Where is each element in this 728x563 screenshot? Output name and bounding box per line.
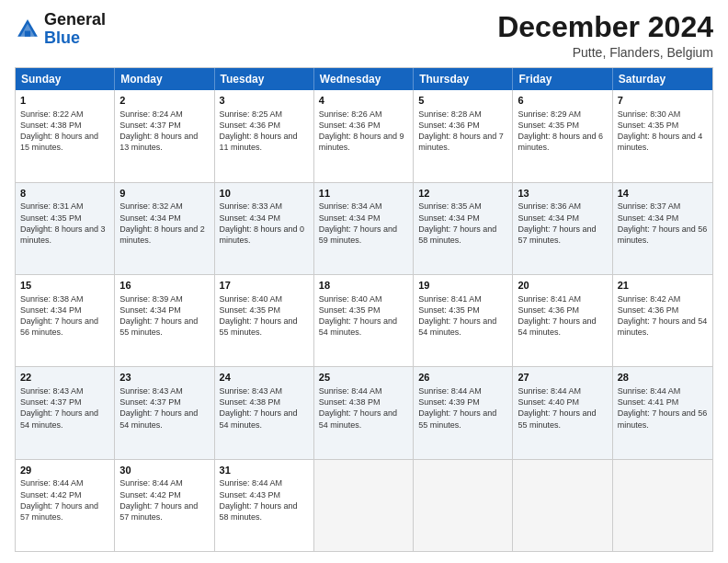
day-info: Sunrise: 8:31 AMSunset: 4:35 PMDaylight:…: [20, 201, 109, 246]
day-cell-29: 29Sunrise: 8:44 AMSunset: 4:42 PMDayligh…: [16, 460, 115, 551]
day-number: 20: [518, 279, 607, 293]
day-number: 25: [319, 371, 408, 385]
day-number: 15: [20, 279, 109, 293]
page: General Blue December 2024 Putte, Flande…: [0, 0, 728, 563]
day-number: 18: [319, 279, 408, 293]
day-cell-19: 19Sunrise: 8:41 AMSunset: 4:35 PMDayligh…: [414, 275, 513, 366]
day-number: 27: [518, 371, 607, 385]
day-number: 23: [119, 371, 209, 385]
day-number: 6: [518, 94, 607, 108]
day-cell-empty: [314, 460, 414, 551]
day-info: Sunrise: 8:32 AMSunset: 4:34 PMDaylight:…: [119, 201, 209, 246]
day-number: 14: [618, 187, 708, 201]
day-cell-25: 25Sunrise: 8:44 AMSunset: 4:38 PMDayligh…: [314, 367, 414, 458]
day-cell-16: 16Sunrise: 8:39 AMSunset: 4:34 PMDayligh…: [115, 275, 214, 366]
day-cell-14: 14Sunrise: 8:37 AMSunset: 4:34 PMDayligh…: [613, 183, 712, 274]
day-cell-10: 10Sunrise: 8:33 AMSunset: 4:34 PMDayligh…: [215, 183, 314, 274]
day-info: Sunrise: 8:41 AMSunset: 4:36 PMDaylight:…: [518, 293, 607, 339]
logo: General Blue: [15, 11, 106, 48]
day-cell-empty: [513, 460, 612, 551]
header-day-monday: Monday: [115, 68, 214, 90]
calendar-row-2: 8Sunrise: 8:31 AMSunset: 4:35 PMDaylight…: [16, 183, 712, 275]
calendar: SundayMondayTuesdayWednesdayThursdayFrid…: [15, 67, 713, 552]
calendar-row-4: 22Sunrise: 8:43 AMSunset: 4:37 PMDayligh…: [16, 367, 712, 459]
day-info: Sunrise: 8:33 AMSunset: 4:34 PMDaylight:…: [220, 201, 309, 246]
day-number: 9: [119, 187, 209, 201]
day-number: 26: [418, 371, 507, 385]
day-cell-9: 9Sunrise: 8:32 AMSunset: 4:34 PMDaylight…: [115, 183, 214, 274]
title-block: December 2024 Putte, Flanders, Belgium: [497, 11, 713, 60]
day-info: Sunrise: 8:43 AMSunset: 4:37 PMDaylight:…: [20, 385, 109, 431]
day-info: Sunrise: 8:37 AMSunset: 4:34 PMDaylight:…: [618, 201, 708, 246]
day-cell-11: 11Sunrise: 8:34 AMSunset: 4:34 PMDayligh…: [314, 183, 414, 274]
day-cell-28: 28Sunrise: 8:44 AMSunset: 4:41 PMDayligh…: [613, 367, 712, 458]
svg-rect-2: [25, 30, 30, 36]
header-day-wednesday: Wednesday: [314, 68, 414, 90]
day-number: 3: [220, 94, 309, 108]
day-number: 8: [20, 187, 109, 201]
day-cell-26: 26Sunrise: 8:44 AMSunset: 4:39 PMDayligh…: [414, 367, 513, 458]
day-number: 4: [319, 94, 408, 108]
day-number: 16: [119, 279, 209, 293]
day-info: Sunrise: 8:24 AMSunset: 4:37 PMDaylight:…: [119, 109, 209, 154]
header-day-friday: Friday: [513, 68, 612, 90]
day-cell-21: 21Sunrise: 8:42 AMSunset: 4:36 PMDayligh…: [613, 275, 712, 366]
day-cell-3: 3Sunrise: 8:25 AMSunset: 4:36 PMDaylight…: [215, 90, 314, 181]
day-cell-4: 4Sunrise: 8:26 AMSunset: 4:36 PMDaylight…: [314, 90, 414, 181]
day-cell-8: 8Sunrise: 8:31 AMSunset: 4:35 PMDaylight…: [16, 183, 115, 274]
day-cell-1: 1Sunrise: 8:22 AMSunset: 4:38 PMDaylight…: [16, 90, 115, 181]
day-cell-12: 12Sunrise: 8:35 AMSunset: 4:34 PMDayligh…: [414, 183, 513, 274]
calendar-body: 1Sunrise: 8:22 AMSunset: 4:38 PMDaylight…: [16, 90, 712, 551]
day-number: 7: [618, 94, 708, 108]
day-number: 22: [20, 371, 109, 385]
day-info: Sunrise: 8:40 AMSunset: 4:35 PMDaylight:…: [319, 293, 408, 339]
day-number: 29: [20, 464, 109, 477]
day-number: 17: [220, 279, 309, 293]
day-info: Sunrise: 8:36 AMSunset: 4:34 PMDaylight:…: [518, 201, 607, 246]
main-title: December 2024: [497, 11, 713, 43]
day-number: 2: [119, 94, 209, 108]
day-number: 11: [319, 187, 408, 201]
day-number: 24: [220, 371, 309, 385]
day-number: 28: [618, 371, 708, 385]
day-number: 13: [518, 187, 607, 201]
day-cell-31: 31Sunrise: 8:44 AMSunset: 4:43 PMDayligh…: [215, 460, 314, 551]
day-info: Sunrise: 8:22 AMSunset: 4:38 PMDaylight:…: [20, 109, 109, 154]
day-info: Sunrise: 8:38 AMSunset: 4:34 PMDaylight:…: [20, 293, 109, 339]
subtitle: Putte, Flanders, Belgium: [497, 45, 713, 60]
calendar-row-1: 1Sunrise: 8:22 AMSunset: 4:38 PMDaylight…: [16, 90, 712, 182]
day-cell-15: 15Sunrise: 8:38 AMSunset: 4:34 PMDayligh…: [16, 275, 115, 366]
day-info: Sunrise: 8:34 AMSunset: 4:34 PMDaylight:…: [319, 201, 408, 246]
day-cell-6: 6Sunrise: 8:29 AMSunset: 4:35 PMDaylight…: [513, 90, 612, 181]
day-number: 31: [220, 464, 309, 477]
day-info: Sunrise: 8:26 AMSunset: 4:36 PMDaylight:…: [319, 109, 408, 154]
day-info: Sunrise: 8:40 AMSunset: 4:35 PMDaylight:…: [220, 293, 309, 339]
day-number: 21: [618, 279, 708, 293]
day-cell-23: 23Sunrise: 8:43 AMSunset: 4:37 PMDayligh…: [115, 367, 214, 458]
logo-icon: [15, 17, 40, 42]
day-info: Sunrise: 8:44 AMSunset: 4:42 PMDaylight:…: [119, 477, 209, 523]
day-cell-20: 20Sunrise: 8:41 AMSunset: 4:36 PMDayligh…: [513, 275, 612, 366]
day-cell-7: 7Sunrise: 8:30 AMSunset: 4:35 PMDaylight…: [613, 90, 712, 181]
day-cell-24: 24Sunrise: 8:43 AMSunset: 4:38 PMDayligh…: [215, 367, 314, 458]
day-info: Sunrise: 8:41 AMSunset: 4:35 PMDaylight:…: [418, 293, 507, 339]
header-day-tuesday: Tuesday: [215, 68, 314, 90]
header-day-sunday: Sunday: [16, 68, 115, 90]
day-info: Sunrise: 8:43 AMSunset: 4:38 PMDaylight:…: [220, 385, 309, 431]
day-number: 30: [119, 464, 209, 477]
day-info: Sunrise: 8:44 AMSunset: 4:41 PMDaylight:…: [618, 385, 708, 431]
day-info: Sunrise: 8:35 AMSunset: 4:34 PMDaylight:…: [418, 201, 507, 246]
day-info: Sunrise: 8:28 AMSunset: 4:36 PMDaylight:…: [418, 109, 507, 154]
day-info: Sunrise: 8:25 AMSunset: 4:36 PMDaylight:…: [220, 109, 309, 154]
day-number: 19: [418, 279, 507, 293]
day-cell-empty: [613, 460, 712, 551]
day-number: 12: [418, 187, 507, 201]
day-info: Sunrise: 8:44 AMSunset: 4:43 PMDaylight:…: [220, 477, 309, 523]
day-cell-18: 18Sunrise: 8:40 AMSunset: 4:35 PMDayligh…: [314, 275, 414, 366]
day-cell-22: 22Sunrise: 8:43 AMSunset: 4:37 PMDayligh…: [16, 367, 115, 458]
day-info: Sunrise: 8:44 AMSunset: 4:38 PMDaylight:…: [319, 385, 408, 431]
day-info: Sunrise: 8:30 AMSunset: 4:35 PMDaylight:…: [618, 109, 708, 154]
day-cell-27: 27Sunrise: 8:44 AMSunset: 4:40 PMDayligh…: [513, 367, 612, 458]
header: General Blue December 2024 Putte, Flande…: [15, 11, 713, 60]
day-number: 1: [20, 94, 109, 108]
